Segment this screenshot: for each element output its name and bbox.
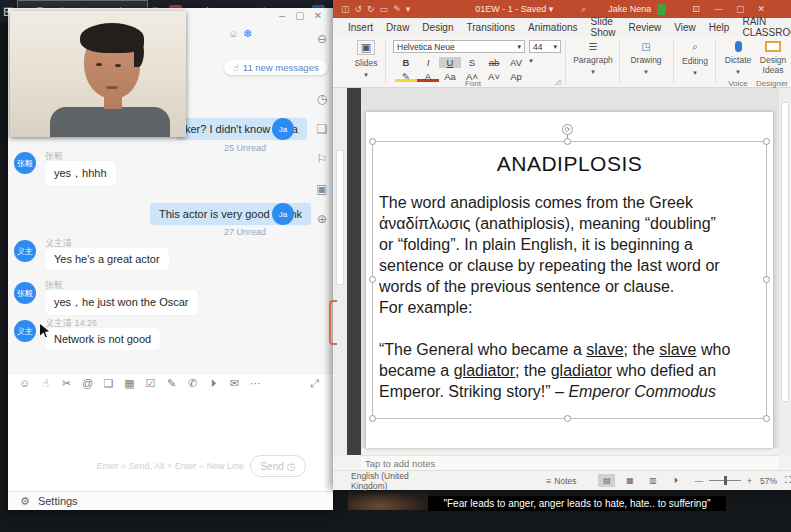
RAIN CLASSROOM[interactable]: RAIN CLASSROOM	[742, 16, 791, 38]
character-spacing-button[interactable]: AV	[505, 57, 527, 68]
chat-bubble-incoming[interactable]: yes，he just won the Oscar	[45, 290, 198, 315]
maximize-button[interactable]: ▢	[736, 4, 745, 14]
Design[interactable]: Design	[422, 22, 453, 33]
task-icon[interactable]: ☑	[140, 377, 161, 390]
slide-title[interactable]: ANADIPLOSIS	[366, 152, 773, 176]
shadow-button[interactable]: S	[461, 57, 483, 68]
resize-handle[interactable]	[369, 415, 376, 422]
chat-bubble-incoming[interactable]: Yes he's a great actor	[45, 248, 169, 270]
font-color-button[interactable]: A	[417, 71, 439, 82]
avatar[interactable]: 张毅	[14, 152, 36, 174]
video-call-window[interactable]	[10, 11, 186, 137]
expand-icon[interactable]: ⤢	[304, 377, 325, 390]
screenshot-icon[interactable]: ✂	[56, 377, 77, 390]
slide-scrollbar[interactable]	[779, 88, 791, 455]
send-button[interactable]: Send ◷	[250, 455, 306, 477]
close-button[interactable]: ✕	[309, 10, 327, 21]
save-icon[interactable]: ◫	[341, 4, 350, 14]
Insert[interactable]: Insert	[348, 22, 373, 33]
Transitions[interactable]: Transitions	[467, 22, 516, 33]
resize-handle[interactable]	[369, 138, 376, 145]
notes-toggle[interactable]: Notes	[554, 476, 576, 486]
slide-sorter-icon[interactable]: ▦	[621, 474, 638, 487]
chat-bubble-incoming[interactable]: Network is not good	[45, 328, 160, 350]
video-icon[interactable]: ⏵	[203, 377, 224, 390]
slideshow-icon[interactable]: ⏵	[667, 474, 684, 487]
settings-label[interactable]: Settings	[38, 495, 78, 507]
underline-button[interactable]: U	[439, 57, 461, 68]
maximize-button[interactable]: ▢	[291, 10, 309, 21]
Review[interactable]: Review	[629, 22, 662, 33]
image-icon[interactable]: ▦	[119, 377, 140, 390]
dictate-button[interactable]: Dictate ▾	[721, 41, 755, 76]
slide-canvas[interactable]: ⟳ ANADIPLOSIS The word anadiplosis comes…	[366, 112, 773, 448]
strikethrough-button[interactable]: ab	[483, 57, 505, 68]
pen-icon[interactable]: ✎	[393, 4, 401, 14]
dialog-launcher-icon[interactable]: ◿	[555, 78, 560, 86]
redo-icon[interactable]: ↻	[367, 4, 375, 14]
thumbs-up-icon[interactable]: ☝	[35, 377, 56, 390]
paragraph-button[interactable]: ☰ Paragraph ▾	[571, 41, 615, 76]
scrollbar-thumb[interactable]	[336, 150, 344, 285]
emoji-icon[interactable]: ☺	[14, 377, 35, 390]
more-icon[interactable]: ⊖	[313, 32, 331, 46]
fit-to-window-icon[interactable]: ⛶	[785, 475, 791, 486]
chevron-down-icon[interactable]: ▾	[527, 57, 535, 68]
resize-handle[interactable]	[763, 276, 770, 283]
close-button[interactable]: ✕	[757, 4, 765, 14]
present-icon[interactable]: ▭	[380, 4, 389, 14]
font-size-combo[interactable]: 44 ▾	[529, 40, 561, 53]
Slide Show[interactable]: Slide Show	[591, 16, 616, 38]
drawing-button[interactable]: ◳ Drawing ▾	[625, 41, 667, 76]
signature-icon[interactable]: ✎	[161, 377, 182, 390]
notes-pane[interactable]: Tap to add notes	[361, 455, 779, 470]
meeting-icon[interactable]: ▣	[313, 182, 331, 196]
resize-handle[interactable]	[763, 138, 770, 145]
italic-button[interactable]: I	[417, 57, 439, 68]
document-title[interactable]: 01EW - 1 - Saved ▾	[475, 4, 553, 14]
normal-view-icon[interactable]: ▤	[598, 474, 615, 487]
history-icon[interactable]: ◷	[313, 92, 331, 106]
slide-body[interactable]: The word anadiplosis comes from the Gree…	[379, 192, 730, 402]
highlight-color-button[interactable]: ✎	[395, 71, 417, 82]
folder-icon[interactable]: ❏	[313, 122, 331, 136]
minimize-button[interactable]: –	[273, 10, 291, 21]
zoom-slider[interactable]	[709, 480, 741, 481]
resize-handle[interactable]	[763, 415, 770, 422]
avatar[interactable]: Ja	[272, 203, 294, 225]
file-icon[interactable]: ❏	[98, 377, 119, 390]
resize-handle[interactable]	[369, 276, 376, 283]
qat-caret-icon[interactable]: ▾	[406, 4, 411, 14]
avatar[interactable]: 义主	[14, 320, 36, 342]
design-ideas-button[interactable]: Design Ideas	[757, 41, 789, 75]
avatar[interactable]: 义主	[14, 240, 36, 262]
Draw[interactable]: Draw	[386, 22, 409, 33]
scrollbar-thumb[interactable]	[781, 102, 789, 402]
announcement-icon[interactable]: ⚐	[313, 152, 331, 166]
Help[interactable]: Help	[709, 22, 730, 33]
thumbnail-pane-divider[interactable]	[347, 88, 361, 455]
user-name[interactable]: Jake Nena	[608, 4, 651, 14]
View[interactable]: View	[674, 22, 696, 33]
chat-bubble-incoming[interactable]: yes，hhhh	[45, 161, 116, 186]
zoom-level[interactable]: 57%	[760, 476, 777, 486]
ribbon-display-icon[interactable]: ⊡	[692, 4, 700, 14]
thumbnail-pane-scrollbar[interactable]	[333, 88, 347, 455]
slides-button[interactable]: ▣ Slides ▾	[349, 40, 383, 79]
undo-icon[interactable]: ↺	[355, 4, 363, 14]
font-name-combo[interactable]: Helvetica Neue ▾	[393, 40, 525, 53]
mail-icon[interactable]: ✉	[224, 377, 245, 390]
more-tools-icon[interactable]: ⋯	[245, 377, 266, 390]
phonetic-guide-button[interactable]: Ap	[505, 71, 527, 82]
call-icon[interactable]: ✆	[182, 377, 203, 390]
zoom-slider-thumb[interactable]	[724, 476, 727, 485]
resize-handle[interactable]	[564, 415, 571, 422]
explore-icon[interactable]: ⊕	[313, 212, 331, 226]
bold-button[interactable]: B	[395, 57, 417, 68]
resize-handle[interactable]	[564, 138, 571, 145]
rotate-handle[interactable]: ⟳	[562, 124, 573, 135]
avatar[interactable]: Ja	[272, 118, 294, 140]
new-messages-pill[interactable]: ☝ 11 new messages	[224, 60, 328, 75]
mention-icon[interactable]: @	[77, 377, 98, 390]
zoom-out-button[interactable]: —	[694, 476, 703, 486]
